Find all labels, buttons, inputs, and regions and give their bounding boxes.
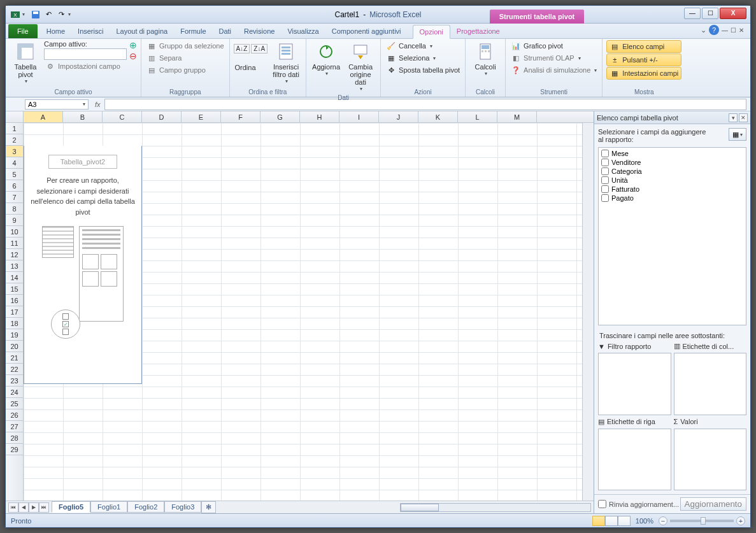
- area-filter-box[interactable]: [598, 353, 671, 415]
- row-header[interactable]: 12: [6, 249, 23, 260]
- refresh-button[interactable]: Aggiorna▾: [310, 40, 342, 78]
- taskpane-dropdown-icon[interactable]: ▾: [729, 113, 738, 122]
- insert-slicer-button[interactable]: Inserisci filtro dati▾: [270, 40, 302, 85]
- tab-revisione[interactable]: Revisione: [238, 24, 281, 38]
- sheet-tab[interactable]: Foglio5: [52, 501, 90, 513]
- row-header[interactable]: 17: [6, 306, 23, 318]
- field-checkbox[interactable]: [601, 150, 609, 157]
- col-header[interactable]: J: [379, 111, 418, 122]
- tab-addins[interactable]: Componenti aggiuntivi: [325, 24, 408, 38]
- zoom-slider[interactable]: − +: [659, 516, 745, 525]
- field-item[interactable]: Mese: [600, 149, 745, 158]
- col-header[interactable]: M: [497, 111, 537, 122]
- field-headers-toggle[interactable]: ▦Intestazioni campi: [606, 67, 681, 80]
- col-header[interactable]: H: [300, 111, 339, 122]
- zoom-value[interactable]: 100%: [636, 517, 653, 525]
- field-checkbox[interactable]: [601, 159, 609, 166]
- undo-icon[interactable]: ↶: [43, 9, 54, 20]
- row-header[interactable]: 25: [6, 398, 23, 409]
- tab-home[interactable]: Home: [40, 24, 71, 38]
- sort-asc-icon[interactable]: A↓Z: [234, 44, 250, 53]
- row-header[interactable]: 28: [6, 432, 23, 444]
- col-header[interactable]: L: [458, 111, 497, 122]
- col-header[interactable]: F: [221, 111, 260, 122]
- qat-customize-icon[interactable]: ▾: [68, 11, 75, 17]
- workbook-close-icon[interactable]: ✕: [739, 27, 744, 34]
- sheet-nav-last[interactable]: ⏭: [39, 502, 49, 513]
- buttons-toggle[interactable]: ±Pulsanti +/-: [606, 53, 681, 66]
- field-checkbox[interactable]: [601, 185, 609, 193]
- col-header[interactable]: D: [142, 111, 182, 122]
- qat-dropdown-icon[interactable]: ▾: [22, 11, 29, 17]
- change-source-button[interactable]: Cambia origine dati▾: [345, 40, 376, 93]
- area-col-box[interactable]: [674, 353, 747, 415]
- help-icon[interactable]: ?: [709, 25, 719, 35]
- row-header[interactable]: 15: [6, 283, 23, 295]
- row-header[interactable]: 20: [6, 341, 23, 352]
- tab-opzioni[interactable]: Opzioni: [413, 25, 450, 39]
- area-val-box[interactable]: [674, 429, 747, 491]
- row-header[interactable]: 16: [6, 295, 23, 306]
- calc-button[interactable]: Calcoli▾: [469, 40, 501, 78]
- row-header[interactable]: 22: [6, 364, 23, 375]
- sheet-nav-next[interactable]: ▶: [29, 502, 39, 513]
- row-header[interactable]: 7: [6, 192, 23, 203]
- tab-layout[interactable]: Layout di pagina: [110, 24, 174, 38]
- row-header[interactable]: 27: [6, 421, 23, 432]
- vertical-scrollbar[interactable]: [582, 123, 594, 501]
- col-header[interactable]: C: [103, 111, 142, 122]
- clear-button[interactable]: 🧹Cancella▾: [385, 40, 461, 52]
- field-settings-button[interactable]: ⚙ Impostazioni campo: [44, 60, 127, 72]
- sort-button[interactable]: Ordina: [234, 63, 268, 72]
- row-header[interactable]: 13: [6, 260, 23, 272]
- row-header[interactable]: 18: [6, 318, 23, 329]
- expand-field-icon[interactable]: ⊕: [129, 40, 137, 50]
- row-header[interactable]: 24: [6, 387, 23, 398]
- new-sheet-button[interactable]: ✻: [201, 501, 216, 513]
- row-header[interactable]: 23: [6, 375, 23, 387]
- tab-formule[interactable]: Formule: [174, 24, 212, 38]
- zoom-out-button[interactable]: −: [659, 516, 667, 525]
- pivot-placeholder[interactable]: Tabella_pivot2 Per creare un rapporto, s…: [24, 146, 142, 384]
- name-box[interactable]: A3 ▾: [25, 99, 89, 110]
- defer-update-checkbox[interactable]: Rinvia aggiornament...: [598, 500, 679, 508]
- field-list[interactable]: Mese Venditore Categoria Unità Fatturato…: [598, 147, 746, 325]
- field-checkbox[interactable]: [601, 176, 609, 184]
- row-header[interactable]: 21: [6, 352, 23, 364]
- row-header[interactable]: 19: [6, 329, 23, 341]
- scroll-thumb[interactable]: [401, 504, 439, 511]
- row-header[interactable]: 4: [6, 157, 23, 169]
- update-button[interactable]: Aggiornamento: [680, 497, 746, 511]
- tab-dati[interactable]: Dati: [213, 24, 238, 38]
- sheet-tab[interactable]: Foglio2: [127, 501, 164, 513]
- zoom-track[interactable]: [670, 520, 734, 522]
- field-checkbox[interactable]: [601, 194, 609, 202]
- maximize-button[interactable]: ☐: [702, 8, 718, 19]
- col-header[interactable]: G: [260, 111, 300, 122]
- row-header[interactable]: 29: [6, 444, 23, 455]
- row-header[interactable]: 26: [6, 409, 23, 421]
- horizontal-scrollbar[interactable]: [400, 503, 591, 512]
- page-layout-view-button[interactable]: [605, 516, 618, 526]
- workbook-restore-icon[interactable]: ☐: [731, 27, 736, 34]
- tab-inserisci[interactable]: Inserisci: [71, 24, 110, 38]
- row-header[interactable]: 5: [6, 169, 23, 180]
- field-item[interactable]: Venditore: [600, 158, 745, 167]
- normal-view-button[interactable]: [592, 516, 605, 526]
- field-item[interactable]: Pagato: [600, 194, 745, 203]
- row-header[interactable]: 3: [6, 146, 23, 157]
- fx-label[interactable]: fx: [95, 101, 101, 108]
- tab-progettazione[interactable]: Progettazione: [450, 24, 506, 38]
- sheet-tab[interactable]: Foglio1: [90, 501, 127, 513]
- cell-grid[interactable]: Tabella_pivot2 Per creare un rapporto, s…: [24, 123, 582, 501]
- formula-input[interactable]: [104, 99, 746, 110]
- taskpane-close-icon[interactable]: ✕: [739, 113, 748, 122]
- row-header[interactable]: 2: [6, 134, 23, 146]
- col-header[interactable]: A: [24, 111, 63, 122]
- minimize-button[interactable]: —: [684, 8, 701, 19]
- workbook-minimize-icon[interactable]: —: [722, 27, 728, 34]
- zoom-in-button[interactable]: +: [736, 516, 745, 525]
- move-pivot-button[interactable]: ✥Sposta tabella pivot: [385, 64, 461, 76]
- sheet-nav-prev[interactable]: ◀: [18, 502, 29, 513]
- sheet-tab[interactable]: Foglio3: [164, 501, 201, 513]
